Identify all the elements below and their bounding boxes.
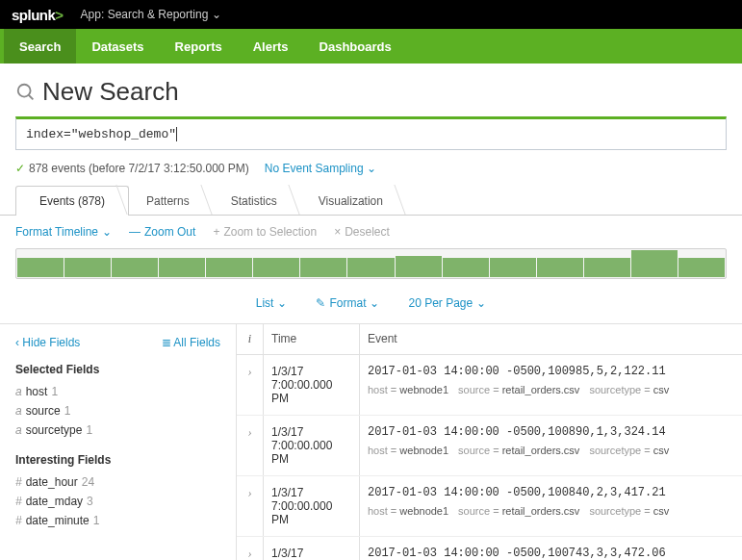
interesting-fields-heading: Interesting Fields [15, 453, 220, 467]
timeline-bar[interactable] [347, 258, 394, 277]
event-sampling-dropdown[interactable]: No Event Sampling ⌄ [265, 162, 376, 175]
event-count-status: ✓878 events (before 7/2/17 3:12:50.000 P… [15, 162, 249, 175]
col-header-info[interactable]: i [237, 324, 264, 354]
svg-line-1 [29, 94, 34, 99]
tab-events-[interactable]: Events (878) [15, 186, 129, 216]
page-title-row: New Search [15, 77, 727, 107]
status-row: ✓878 events (before 7/2/17 3:12:50.000 P… [15, 162, 727, 175]
timeline-bar[interactable] [17, 258, 64, 277]
meta-source[interactable]: source = retail_orders.csv [458, 505, 579, 517]
selected-fields-heading: Selected Fields [15, 363, 220, 376]
event-raw[interactable]: 2017-01-03 14:00:00 -0500,100743,3,3,472… [368, 547, 734, 560]
event-row: ›1/3/177:00:00.000 PM2017-01-03 14:00:00… [237, 416, 742, 476]
timeline-bar[interactable] [631, 250, 678, 277]
event-raw[interactable]: 2017-01-03 14:00:00 -0500,100890,1,3,324… [368, 425, 734, 439]
events-table: i Time Event ›1/3/177:00:00.000 PM2017-0… [236, 324, 742, 560]
tab-patterns[interactable]: Patterns [122, 186, 214, 216]
events-header-row: i Time Event [237, 324, 742, 355]
meta-source[interactable]: source = retail_orders.csv [458, 384, 579, 395]
nav-item-datasets[interactable]: Datasets [76, 29, 159, 64]
timeline-bar[interactable] [300, 258, 346, 277]
fields-sidebar: ‹ Hide Fields ≣ All Fields Selected Fiel… [0, 324, 236, 560]
timeline-chart[interactable] [15, 248, 727, 279]
timeline-bar[interactable] [396, 256, 442, 277]
timeline-bar[interactable] [537, 258, 583, 277]
timeline-bar[interactable] [253, 258, 299, 277]
event-row: ›1/3/177:00:00.000 PM2017-01-03 14:00:00… [237, 355, 742, 416]
search-input[interactable]: index="webshop_demo" [15, 116, 727, 150]
meta-sourcetype[interactable]: sourcetype = csv [589, 445, 669, 456]
meta-sourcetype[interactable]: sourcetype = csv [589, 505, 669, 517]
zoom-to-selection-button: + Zoom to Selection [213, 225, 317, 239]
nav-item-search[interactable]: Search [4, 29, 76, 64]
tab-statistics[interactable]: Statistics [207, 186, 301, 216]
meta-host[interactable]: host = webnode1 [368, 445, 448, 456]
event-raw[interactable]: 2017-01-03 14:00:00 -0500,100840,2,3,417… [368, 486, 734, 499]
event-row: ›1/3/177:00:00.000 PM2017-01-03 14:00:00… [237, 476, 742, 537]
table-controls: List ⌄ ✎ Format ⌄ 20 Per Page ⌄ [15, 283, 727, 323]
event-raw[interactable]: 2017-01-03 14:00:00 -0500,100985,5,2,122… [368, 365, 734, 378]
field-host[interactable]: ahost1 [15, 382, 220, 401]
app-switcher[interactable]: App: Search & Reporting ⌄ [81, 8, 221, 21]
list-view-dropdown[interactable]: List ⌄ [256, 296, 288, 310]
expand-row-button[interactable]: › [237, 537, 264, 560]
format-dropdown[interactable]: ✎ Format ⌄ [316, 296, 379, 310]
nav-item-reports[interactable]: Reports [160, 29, 238, 64]
event-time: 1/3/177:00:00.000 PM [264, 476, 360, 536]
timeline-bar[interactable] [443, 258, 489, 277]
field-date_minute[interactable]: #date_minute1 [15, 511, 220, 530]
event-meta: host = webnode1source = retail_orders.cs… [368, 505, 734, 517]
meta-sourcetype[interactable]: sourcetype = csv [589, 384, 669, 395]
format-timeline-dropdown[interactable]: Format Timeline ⌄ [15, 225, 112, 239]
expand-row-button[interactable]: › [237, 476, 264, 536]
col-header-time[interactable]: Time [264, 324, 360, 354]
zoom-out-button[interactable]: — Zoom Out [129, 225, 195, 239]
field-source[interactable]: asource1 [15, 401, 220, 420]
event-row: ›1/3/177:00:00.000 PM2017-01-03 14:00:00… [237, 537, 742, 560]
navbar: SearchDatasetsReportsAlertsDashboards [0, 29, 742, 64]
expand-row-button[interactable]: › [237, 355, 264, 415]
event-time: 1/3/177:00:00.000 PM [264, 355, 360, 415]
timeline-bar[interactable] [159, 258, 205, 277]
event-time: 1/3/177:00:00.000 PM [264, 416, 360, 475]
field-sourcetype[interactable]: asourcetype1 [15, 420, 220, 440]
hide-fields-button[interactable]: ‹ Hide Fields [15, 336, 80, 349]
nav-item-dashboards[interactable]: Dashboards [304, 29, 407, 64]
expand-row-button[interactable]: › [237, 416, 264, 475]
topbar: splunk> App: Search & Reporting ⌄ [0, 0, 742, 29]
search-icon [15, 82, 37, 103]
nav-item-alerts[interactable]: Alerts [238, 29, 304, 64]
result-tabs: Events (878)PatternsStatisticsVisualizat… [0, 185, 742, 216]
timeline-bar[interactable] [490, 258, 536, 277]
timeline-bar[interactable] [584, 258, 630, 277]
per-page-dropdown[interactable]: 20 Per Page ⌄ [408, 296, 486, 310]
page-title: New Search [42, 77, 179, 107]
timeline-controls: Format Timeline ⌄ — Zoom Out + Zoom to S… [15, 216, 727, 248]
deselect-button: × Deselect [334, 225, 390, 239]
event-meta: host = webnode1source = retail_orders.cs… [368, 384, 734, 395]
meta-host[interactable]: host = webnode1 [368, 505, 448, 517]
meta-source[interactable]: source = retail_orders.csv [458, 445, 579, 456]
logo: splunk> [12, 7, 64, 23]
timeline-bar[interactable] [206, 258, 252, 277]
event-time: 1/3/177:00:00.000 PM [264, 537, 360, 560]
event-meta: host = webnode1source = retail_orders.cs… [368, 445, 734, 456]
all-fields-button[interactable]: ≣ All Fields [162, 336, 220, 349]
timeline-bar[interactable] [64, 258, 111, 277]
field-date_hour[interactable]: #date_hour24 [15, 472, 220, 492]
tab-visualization[interactable]: Visualization [294, 186, 407, 216]
col-header-event: Event [360, 324, 742, 354]
timeline-bar[interactable] [678, 258, 725, 277]
timeline-bar[interactable] [112, 258, 158, 277]
svg-point-0 [18, 84, 31, 96]
field-date_mday[interactable]: #date_mday3 [15, 492, 220, 511]
meta-host[interactable]: host = webnode1 [368, 384, 448, 395]
